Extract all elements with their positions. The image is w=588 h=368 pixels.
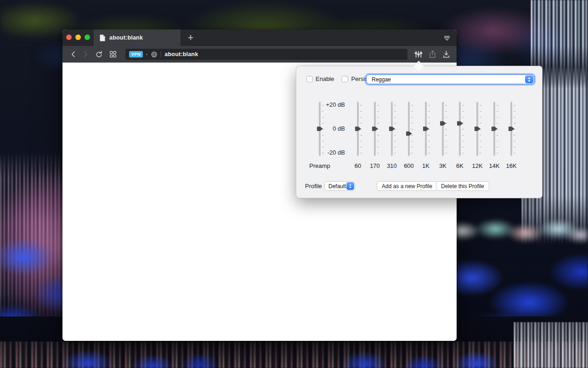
slider-track[interactable] xyxy=(459,102,461,156)
slider-thumb-14K[interactable] xyxy=(492,126,498,132)
slider-tick xyxy=(514,117,515,118)
slider-thumb-3K[interactable] xyxy=(440,121,446,126)
slider-tick xyxy=(411,153,413,154)
slider-tick xyxy=(445,153,447,154)
slider-thumb-1K[interactable] xyxy=(423,126,429,132)
slider-thumb-170[interactable] xyxy=(372,126,378,132)
slider-tick xyxy=(480,135,481,136)
slider-tick xyxy=(462,135,464,136)
slider-thumb-12K[interactable] xyxy=(475,126,481,132)
slider-tick xyxy=(428,141,430,142)
slider-tick xyxy=(360,123,362,124)
document-icon xyxy=(99,34,105,41)
slider-tick xyxy=(377,153,379,154)
slider-tick xyxy=(497,141,498,142)
slider-tick xyxy=(411,147,413,148)
slider-label: Preamp xyxy=(307,162,333,169)
close-window-button[interactable] xyxy=(66,34,72,40)
slider-tick xyxy=(360,141,362,142)
slider-tick xyxy=(377,147,379,148)
slider-tick xyxy=(462,153,464,154)
zoom-window-button[interactable] xyxy=(85,34,90,40)
minimize-window-button[interactable] xyxy=(75,34,81,40)
slider-tick xyxy=(497,105,498,106)
slider-tick xyxy=(360,117,362,118)
slider-tick xyxy=(394,123,396,124)
profile-select[interactable]: Default xyxy=(324,181,355,191)
slider-tick xyxy=(322,111,324,112)
slider-thumb-60[interactable] xyxy=(355,126,361,132)
eq-slider-16K[interactable]: 16K xyxy=(503,102,520,175)
slider-tick xyxy=(480,153,481,154)
slider-tick xyxy=(322,153,324,154)
speed-dial-grid-icon[interactable] xyxy=(109,50,117,58)
slider-thumb-Preamp[interactable] xyxy=(317,126,323,132)
share-icon[interactable] xyxy=(428,50,436,58)
tab-about-blank[interactable]: about:blank xyxy=(94,29,181,46)
slider-tick xyxy=(445,147,447,148)
url-text[interactable]: about:blank xyxy=(164,51,198,58)
slider-tick xyxy=(514,105,515,106)
slider-thumb-310[interactable] xyxy=(389,126,395,132)
slider-tick xyxy=(445,111,447,112)
slider-tick xyxy=(514,141,515,142)
slider-tick xyxy=(480,147,481,148)
slider-tick xyxy=(377,117,379,118)
back-icon[interactable] xyxy=(69,50,78,58)
slider-tick xyxy=(322,147,324,148)
slider-tick xyxy=(514,111,515,112)
select-stepper-icon xyxy=(346,182,354,190)
slider-thumb-600[interactable] xyxy=(406,131,412,137)
eq-slider-Preamp[interactable]: Preamp xyxy=(311,102,328,175)
slider-tick xyxy=(445,117,447,118)
eq-sliders: +20 dB 0 dB -20 dB Preamp601703106001K3K… xyxy=(296,66,542,198)
tab-bar: about:blank + xyxy=(62,29,457,46)
slider-tick xyxy=(411,117,413,118)
vpn-badge[interactable]: VPN xyxy=(129,51,143,58)
add-profile-button[interactable]: Add as a new Profile xyxy=(377,181,437,191)
slider-tick xyxy=(514,147,515,148)
download-icon[interactable] xyxy=(442,50,450,58)
slider-tick xyxy=(322,117,324,118)
slider-thumb-16K[interactable] xyxy=(509,126,514,132)
slider-tick xyxy=(497,147,498,148)
slider-tick xyxy=(497,135,498,136)
slider-tick xyxy=(428,135,430,136)
slider-tick xyxy=(462,141,464,142)
slider-tick xyxy=(394,117,396,118)
equalizer-icon[interactable] xyxy=(414,50,423,58)
slider-tick xyxy=(480,123,481,124)
slider-track[interactable] xyxy=(442,102,444,156)
slider-tick xyxy=(360,111,362,112)
tab-menu-icon[interactable] xyxy=(441,32,453,43)
slider-thumb-6K[interactable] xyxy=(457,121,463,126)
slider-tick xyxy=(322,141,324,142)
slider-tick xyxy=(411,141,413,142)
slider-track[interactable] xyxy=(408,102,410,156)
slider-tick xyxy=(428,123,430,124)
slider-tick xyxy=(360,153,362,154)
wallpaper-icicles-bottom-right xyxy=(514,322,588,368)
slider-tick xyxy=(377,123,379,124)
slider-tick xyxy=(411,111,413,112)
profile-label: Profile xyxy=(305,183,322,190)
slider-tick xyxy=(445,129,447,130)
slider-tick xyxy=(514,135,515,136)
globe-icon[interactable] xyxy=(151,51,158,58)
slider-tick xyxy=(514,123,515,124)
slider-tick xyxy=(377,135,379,136)
slider-tick xyxy=(497,153,498,154)
slider-tick xyxy=(377,111,379,112)
slider-label: 16K xyxy=(498,162,524,169)
slider-tick xyxy=(411,129,413,130)
address-bar[interactable]: VPN about:blank xyxy=(125,49,407,60)
new-tab-button[interactable]: + xyxy=(183,29,198,46)
slider-tick xyxy=(462,147,464,148)
slider-tick xyxy=(377,141,379,142)
slider-tick xyxy=(497,117,498,118)
delete-profile-button[interactable]: Delete this Profile xyxy=(436,181,489,191)
slider-tick xyxy=(394,135,396,136)
reload-icon[interactable] xyxy=(95,50,103,58)
slider-tick xyxy=(428,105,430,106)
slider-tick xyxy=(445,135,447,136)
